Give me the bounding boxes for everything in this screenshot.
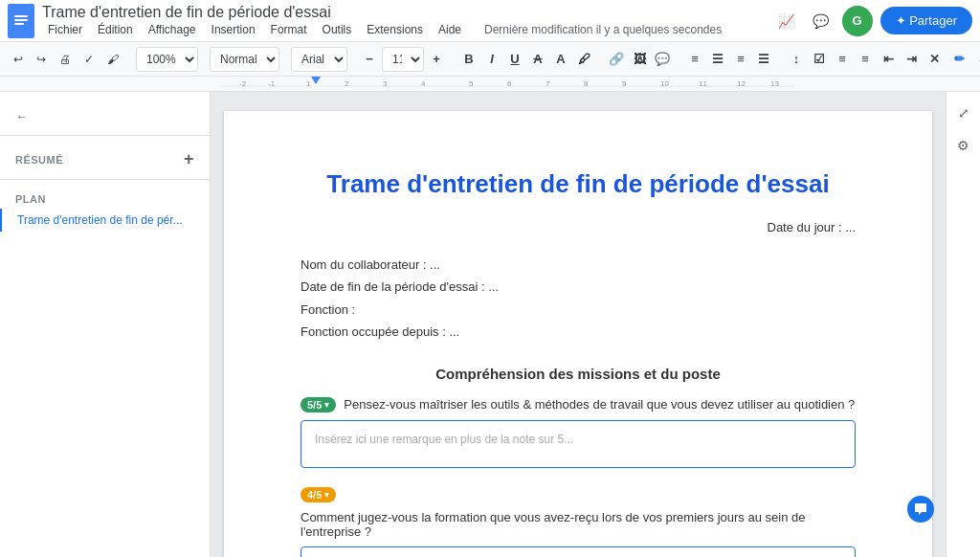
resume-section-title: RÉSUMÉ +	[15, 149, 194, 169]
print-button[interactable]: 🖨	[54, 47, 77, 72]
add-resume-button[interactable]: +	[184, 149, 194, 169]
score-arrow-2: ▾	[324, 490, 329, 500]
menu-affichage[interactable]: Affichage	[143, 21, 202, 38]
question-block-1: 5/5 ▾ Pensez-vous maîtriser les outils &…	[301, 397, 856, 468]
font-color-button[interactable]: A	[550, 47, 571, 72]
font-select[interactable]: Arial	[291, 47, 347, 72]
doc-icon	[8, 4, 34, 38]
svg-text:8: 8	[584, 79, 589, 88]
comment-tb-button[interactable]: 💬	[652, 47, 673, 72]
menu-aide[interactable]: Aide	[433, 21, 467, 38]
question-block-2: 4/5 ▾ Comment jugez-vous la formation qu…	[301, 487, 856, 557]
doc-title-label[interactable]: Trame d'entretien de fin de période d'es…	[42, 4, 766, 21]
spellcheck-button[interactable]: ✓	[78, 47, 100, 72]
plan-section-title: PLAN	[0, 186, 210, 209]
last-save-label: Dernière modification il y a quelques se…	[479, 21, 727, 38]
menu-edition[interactable]: Édition	[92, 21, 139, 38]
svg-text:10: 10	[660, 79, 669, 88]
bullet-list-button[interactable]: ≡	[832, 47, 853, 72]
question-text-2: Comment jugez-vous la formation que vous…	[301, 510, 856, 539]
share-button[interactable]: ✦ Partager	[880, 7, 972, 34]
toolbar: ↩ ↪ 🖨 ✓ 🖌 100% Normal Arial − 11 + B I U…	[0, 42, 980, 77]
ruler-inner: -2 -1 1 2 3 4 5 6 7 8 9 10 11 12 13	[220, 77, 980, 92]
score-value-2: 4/5	[307, 489, 322, 501]
menu-fichier[interactable]: Fichier	[42, 21, 88, 38]
strikethrough-button[interactable]: A	[527, 47, 548, 72]
score-arrow-1: ▾	[324, 400, 329, 410]
redo-button[interactable]: ↪	[31, 47, 52, 72]
svg-text:13: 13	[770, 79, 779, 88]
zoom-select[interactable]: 100%	[136, 47, 198, 72]
toolbar-more-button[interactable]: ⌄	[971, 47, 980, 72]
svg-text:-1: -1	[268, 79, 276, 88]
question-row-1: 5/5 ▾ Pensez-vous maîtriser les outils &…	[301, 397, 856, 412]
menu-extensions[interactable]: Extensions	[361, 21, 429, 38]
resume-section: RÉSUMÉ +	[0, 142, 210, 173]
info-line-2: Date de fin de la période d'essai : ...	[301, 276, 856, 298]
menu-bar: Fichier Édition Affichage Insertion Form…	[42, 21, 766, 38]
svg-rect-1	[14, 15, 28, 17]
undo-button[interactable]: ↩	[8, 47, 29, 72]
underline-button[interactable]: U	[504, 47, 525, 72]
style-select[interactable]: Normal	[210, 47, 279, 72]
align-right-button[interactable]: ≡	[730, 47, 751, 72]
font-size-increase[interactable]: +	[426, 47, 447, 72]
sidebar-divider-2	[0, 179, 210, 180]
indent-increase-button[interactable]: ⇥	[901, 47, 922, 72]
avatar: G	[842, 6, 873, 36]
back-button[interactable]: ←	[0, 103, 210, 129]
settings-icon[interactable]: ⚙	[950, 132, 977, 159]
info-section: Nom du collaborateur : ... Date de fin d…	[301, 254, 856, 344]
info-line-1: Nom du collaborateur : ...	[301, 254, 856, 276]
expand-icon[interactable]: ⤢	[950, 100, 977, 126]
floating-comment-button[interactable]	[907, 496, 934, 523]
font-size-decrease[interactable]: −	[359, 47, 380, 72]
bold-button[interactable]: B	[458, 47, 479, 72]
top-actions: 📈 💬 G ✦ Partager	[773, 6, 972, 36]
paint-format-button[interactable]: 🖌	[101, 47, 124, 72]
outline-item-main[interactable]: Trame d'entretien de fin de pér...	[0, 209, 210, 232]
question-row-2: 4/5 ▾ Comment jugez-vous la formation qu…	[301, 487, 856, 539]
question-text-1: Pensez-vous maîtriser les outils & métho…	[344, 397, 855, 412]
section-heading: Compréhension des missions et du poste	[301, 366, 856, 382]
ordered-list-button[interactable]: ≡	[855, 47, 876, 72]
svg-marker-20	[311, 77, 321, 84]
svg-rect-2	[14, 19, 28, 21]
highlight-button[interactable]: 🖊	[573, 47, 594, 72]
font-size-select[interactable]: 11	[382, 47, 424, 72]
align-center-button[interactable]: ☰	[707, 47, 728, 72]
menu-insertion[interactable]: Insertion	[206, 21, 261, 38]
menu-outils[interactable]: Outils	[317, 21, 358, 38]
checklist-button[interactable]: ☑	[809, 47, 830, 72]
indent-decrease-button[interactable]: ⇤	[878, 47, 899, 72]
svg-text:5: 5	[469, 79, 474, 88]
edit-mode-button[interactable]: ✏	[948, 47, 969, 72]
sidebar: ← RÉSUMÉ + PLAN Trame d'entretien de fin…	[0, 92, 211, 557]
score-value-1: 5/5	[307, 399, 322, 411]
score-badge-2: 4/5 ▾	[301, 487, 336, 502]
analytics-icon[interactable]: 📈	[773, 8, 800, 34]
svg-text:2: 2	[345, 79, 349, 88]
score-badge-1: 5/5 ▾	[301, 397, 336, 412]
italic-button[interactable]: I	[481, 47, 502, 72]
title-area: Trame d'entretien de fin de période d'es…	[42, 4, 766, 38]
ruler: -2 -1 1 2 3 4 5 6 7 8 9 10 11 12 13	[0, 77, 980, 92]
svg-rect-3	[14, 23, 24, 25]
date-line: Date du jour : ...	[301, 220, 856, 234]
clear-format-button[interactable]: ✕	[924, 47, 945, 72]
image-button[interactable]: 🖼	[629, 47, 650, 72]
svg-text:3: 3	[383, 79, 388, 88]
document-title: Trame d'entretien de fin de période d'es…	[301, 168, 856, 201]
remark-placeholder-1: Insérez ici une remarque en plus de la n…	[315, 433, 573, 446]
align-left-button[interactable]: ≡	[684, 47, 705, 72]
menu-format[interactable]: Format	[265, 21, 313, 38]
remark-box-2[interactable]: Insérez ici une remarque en plus de la n…	[301, 546, 856, 557]
doc-page: Trame d'entretien de fin de période d'es…	[224, 111, 932, 557]
link-button[interactable]: 🔗	[606, 47, 627, 72]
comment-icon[interactable]: 💬	[808, 8, 835, 34]
main-layout: ← RÉSUMÉ + PLAN Trame d'entretien de fin…	[0, 92, 980, 557]
align-justify-button[interactable]: ☰	[753, 47, 774, 72]
remark-box-1[interactable]: Insérez ici une remarque en plus de la n…	[301, 420, 856, 468]
doc-area[interactable]: Trame d'entretien de fin de période d'es…	[211, 92, 946, 557]
line-spacing-button[interactable]: ↕	[786, 47, 807, 72]
